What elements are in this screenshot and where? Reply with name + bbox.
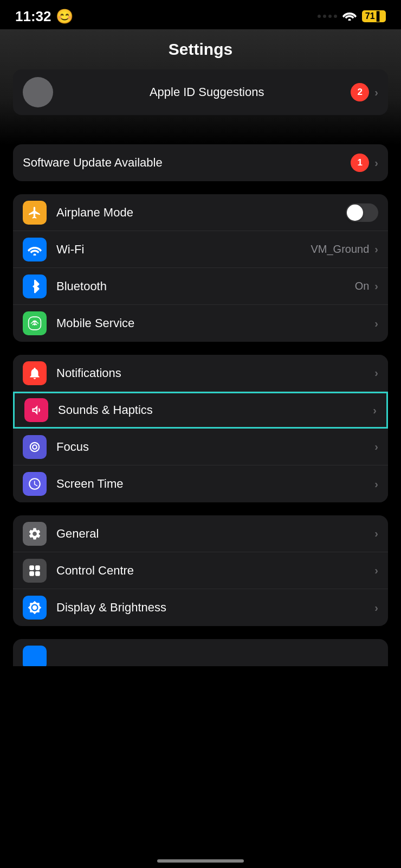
avatar — [23, 77, 53, 107]
focus-item[interactable]: Focus › — [13, 429, 388, 465]
bluetooth-value: On — [355, 280, 370, 292]
airplane-mode-item[interactable]: Airplane Mode — [13, 194, 388, 231]
control-centre-item[interactable]: Control Centre › — [13, 552, 388, 589]
control-centre-icon — [23, 559, 47, 583]
chevron-icon: › — [374, 564, 378, 577]
wifi-icon — [342, 10, 357, 23]
chevron-icon: › — [374, 367, 378, 379]
partial-icon — [23, 646, 47, 666]
mobile-service-icon — [23, 311, 47, 335]
general-item[interactable]: General › — [13, 515, 388, 552]
airplane-mode-icon — [23, 201, 47, 225]
chevron-icon: › — [374, 441, 378, 453]
home-indicator — [157, 859, 244, 863]
screen-time-icon — [23, 472, 47, 496]
focus-label: Focus — [56, 440, 374, 454]
status-time: 11:32 😊 — [15, 8, 73, 25]
display-brightness-item[interactable]: Display & Brightness › — [13, 589, 388, 626]
airplane-mode-toggle[interactable] — [346, 203, 378, 222]
wifi-value: VM_Ground — [311, 243, 369, 256]
apple-id-badge: 2 — [351, 83, 369, 101]
status-right: 71 ▌ — [318, 10, 386, 23]
notifications-item[interactable]: Notifications › — [13, 355, 388, 392]
focus-icon — [23, 435, 47, 459]
notifications-label: Notifications — [56, 366, 374, 380]
page-title: Settings — [0, 40, 401, 59]
network-section: Airplane Mode Wi-Fi VM_Ground › — [13, 194, 388, 342]
notifications-icon — [23, 361, 47, 385]
mobile-service-item[interactable]: Mobile Service › — [13, 305, 388, 342]
battery-icon: ▌ — [377, 11, 383, 21]
screen-time-item[interactable]: Screen Time › — [13, 465, 388, 502]
signal-icon — [318, 15, 337, 18]
wifi-label: Wi-Fi — [56, 242, 311, 257]
chevron-icon: › — [374, 280, 378, 292]
page-header: Settings Apple ID Suggestions 2 › — [0, 29, 401, 144]
bluetooth-item[interactable]: Bluetooth On › — [13, 268, 388, 305]
battery-indicator: 71 ▌ — [362, 10, 386, 22]
svg-rect-9 — [29, 565, 34, 570]
svg-rect-10 — [35, 565, 40, 570]
personal-section: Notifications › Sounds & Haptics › Focus… — [13, 355, 388, 502]
wifi-icon — [23, 238, 47, 261]
toggle-knob — [347, 205, 363, 221]
software-update-item[interactable]: Software Update Available 1 › — [13, 144, 388, 181]
apple-id-label: Apple ID Suggestions — [63, 85, 351, 99]
airplane-mode-label: Airplane Mode — [56, 206, 346, 220]
wifi-item[interactable]: Wi-Fi VM_Ground › — [13, 231, 388, 268]
chevron-icon: › — [374, 243, 378, 256]
chevron-icon: › — [374, 86, 378, 99]
chevron-icon: › — [374, 527, 378, 540]
control-centre-label: Control Centre — [56, 564, 374, 578]
profile-section[interactable]: Apple ID Suggestions 2 › — [13, 69, 388, 115]
chevron-icon: › — [374, 157, 378, 169]
general-label: General — [56, 527, 374, 541]
software-update-badge: 1 — [351, 154, 369, 172]
screen-time-label: Screen Time — [56, 477, 374, 491]
svg-point-0 — [348, 19, 351, 21]
sounds-haptics-item[interactable]: Sounds & Haptics › — [13, 392, 388, 429]
partial-item[interactable] — [13, 639, 388, 666]
bluetooth-icon — [23, 275, 47, 298]
sounds-haptics-icon — [24, 398, 48, 422]
general-section: General › Control Centre › Display & Bri… — [13, 515, 388, 626]
battery-level: 71 — [365, 11, 375, 21]
sounds-haptics-label: Sounds & Haptics — [58, 403, 373, 417]
software-update-section: Software Update Available 1 › — [13, 144, 388, 181]
face-icon: 😊 — [56, 8, 73, 25]
mobile-service-label: Mobile Service — [56, 316, 374, 330]
status-bar: 11:32 😊 71 ▌ — [0, 0, 401, 29]
partial-section — [13, 639, 388, 666]
svg-rect-11 — [29, 571, 34, 576]
apple-id-suggestions-item[interactable]: Apple ID Suggestions 2 › — [13, 69, 388, 115]
svg-point-1 — [34, 253, 36, 256]
software-update-label: Software Update Available — [23, 156, 351, 170]
bluetooth-label: Bluetooth — [56, 279, 355, 293]
chevron-icon: › — [374, 602, 378, 614]
general-icon — [23, 522, 47, 546]
chevron-icon: › — [373, 404, 377, 417]
display-brightness-label: Display & Brightness — [56, 601, 374, 615]
display-brightness-icon — [23, 596, 47, 620]
chevron-icon: › — [374, 478, 378, 490]
chevron-icon: › — [374, 317, 378, 330]
time-label: 11:32 — [15, 8, 51, 25]
svg-rect-12 — [35, 571, 40, 576]
